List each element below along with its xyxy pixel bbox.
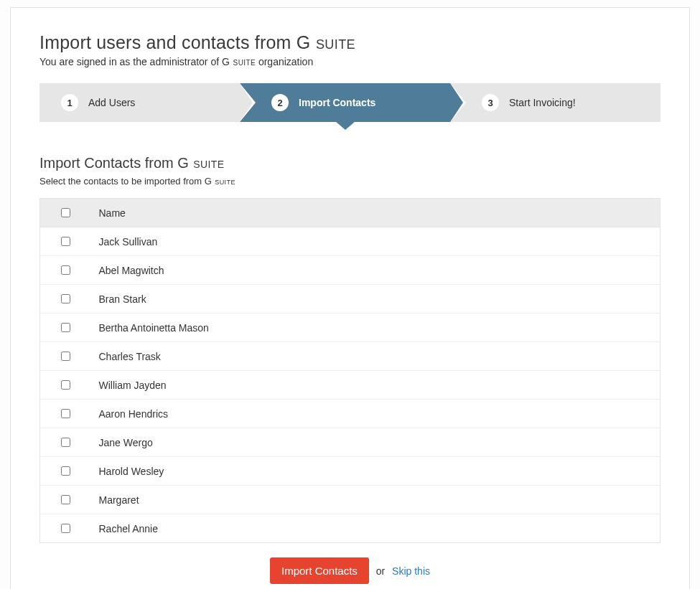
skip-link[interactable]: Skip this xyxy=(392,565,430,577)
select-all-header xyxy=(40,199,90,227)
row-checkbox-cell xyxy=(40,314,90,342)
table-row: Bertha Antoinetta Mason xyxy=(40,314,661,342)
step-add-users[interactable]: 1 Add Users xyxy=(39,83,240,122)
contact-name: Aaron Hendrics xyxy=(90,400,661,428)
table-row: Jane Wergo xyxy=(40,428,661,457)
contact-name: Rachel Annie xyxy=(90,514,661,543)
row-checkbox[interactable] xyxy=(61,294,70,303)
row-checkbox[interactable] xyxy=(61,352,70,361)
or-text: or xyxy=(376,565,385,577)
brand-gsuite: G suite xyxy=(222,56,256,67)
brand-gsuite: G suite xyxy=(205,176,235,187)
row-checkbox[interactable] xyxy=(61,265,70,275)
import-card: Import users and contacts from G suite Y… xyxy=(10,7,690,589)
row-checkbox[interactable] xyxy=(61,495,70,504)
wizard-stepper: 1 Add Users 2 Import Contacts 3 Start In… xyxy=(39,83,661,122)
page-title: Import users and contacts from G suite xyxy=(39,32,661,53)
row-checkbox-cell xyxy=(40,457,90,486)
row-checkbox-cell xyxy=(40,514,90,543)
action-bar: Import Contacts or Skip this xyxy=(39,557,661,584)
row-checkbox[interactable] xyxy=(61,524,70,533)
select-all-checkbox[interactable] xyxy=(61,208,70,217)
table-row: Harold Wesley xyxy=(40,457,661,486)
row-checkbox[interactable] xyxy=(61,438,70,447)
contact-name: Charles Trask xyxy=(90,342,661,371)
section-subtitle-prefix: Select the contacts to be imported from xyxy=(39,176,205,187)
title-prefix: Import users and contacts from xyxy=(39,32,297,52)
contact-name: Jack Sullivan xyxy=(90,227,661,256)
step-label: Add Users xyxy=(88,97,135,108)
section-title-prefix: Import Contacts from xyxy=(39,155,177,171)
contact-name: Bertha Antoinetta Mason xyxy=(90,314,661,342)
contact-name: Abel Magwitch xyxy=(90,256,661,285)
row-checkbox-cell xyxy=(40,371,90,400)
row-checkbox-cell xyxy=(40,227,90,256)
row-checkbox-cell xyxy=(40,428,90,457)
table-row: William Jayden xyxy=(40,371,661,400)
step-import-contacts[interactable]: 2 Import Contacts xyxy=(240,83,450,122)
step-number: 3 xyxy=(482,94,499,111)
row-checkbox[interactable] xyxy=(61,237,70,246)
subtitle-suffix: organization xyxy=(256,56,313,67)
row-checkbox[interactable] xyxy=(61,380,70,390)
table-row: Aaron Hendrics xyxy=(40,400,661,428)
active-step-pointer-icon xyxy=(335,121,355,130)
row-checkbox-cell xyxy=(40,400,90,428)
table-header-row: Name xyxy=(40,199,661,227)
row-checkbox-cell xyxy=(40,486,90,514)
row-checkbox-cell xyxy=(40,342,90,371)
row-checkbox-cell xyxy=(40,285,90,314)
table-row: Margaret xyxy=(40,486,661,514)
table-row: Abel Magwitch xyxy=(40,256,661,285)
row-checkbox-cell xyxy=(40,256,90,285)
step-number: 2 xyxy=(271,94,289,111)
step-label: Import Contacts xyxy=(299,97,375,108)
contact-name: Bran Stark xyxy=(90,285,661,314)
contacts-table: Name Jack SullivanAbel MagwitchBran Star… xyxy=(39,198,661,543)
page-subtitle: You are signed in as the administrator o… xyxy=(39,56,661,67)
column-name-header: Name xyxy=(90,199,661,227)
row-checkbox[interactable] xyxy=(61,409,70,418)
subtitle-prefix: You are signed in as the administrator o… xyxy=(39,56,222,67)
contact-name: Harold Wesley xyxy=(90,457,661,486)
row-checkbox[interactable] xyxy=(61,323,70,332)
table-row: Jack Sullivan xyxy=(40,227,661,256)
import-contacts-button[interactable]: Import Contacts xyxy=(270,557,369,584)
contact-name: Margaret xyxy=(90,486,661,514)
step-number: 1 xyxy=(61,94,78,111)
contact-name: William Jayden xyxy=(90,371,661,400)
section-title: Import Contacts from G suite xyxy=(39,155,661,171)
section-subtitle: Select the contacts to be imported from … xyxy=(39,176,661,187)
step-start-invoicing[interactable]: 3 Start Invoicing! xyxy=(450,83,661,122)
table-row: Bran Stark xyxy=(40,285,661,314)
step-label: Start Invoicing! xyxy=(509,97,576,108)
contact-name: Jane Wergo xyxy=(90,428,661,457)
row-checkbox[interactable] xyxy=(61,466,70,476)
table-row: Charles Trask xyxy=(40,342,661,371)
table-row: Rachel Annie xyxy=(40,514,661,543)
brand-gsuite: G suite xyxy=(177,155,224,171)
brand-gsuite: G suite xyxy=(297,32,355,52)
